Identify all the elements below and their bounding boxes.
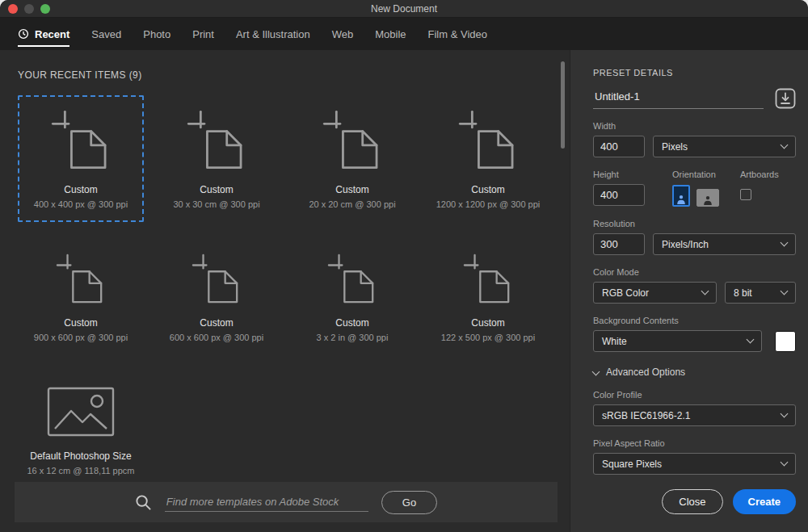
color-mode-label: Color Mode [593, 267, 796, 277]
orientation-portrait-button[interactable] [672, 185, 690, 207]
bit-depth-dropdown[interactable]: 8 bit [725, 282, 796, 304]
bit-depth-value: 8 bit [734, 287, 752, 299]
save-preset-button[interactable] [775, 88, 796, 109]
preset-card[interactable]: Custom 400 x 400 px @ 300 ppi [18, 95, 144, 222]
artboards-checkbox[interactable] [740, 189, 751, 200]
go-button[interactable]: Go [381, 491, 437, 514]
preset-name: Custom [155, 317, 278, 329]
tab-mobile[interactable]: Mobile [375, 18, 406, 50]
create-button[interactable]: Create [733, 489, 796, 514]
preset-spec: 3 x 2 in @ 300 ppi [291, 333, 414, 342]
tab-photo[interactable]: Photo [143, 18, 170, 50]
tab-recent[interactable]: Recent [18, 18, 69, 50]
preset-spec: 16 x 12 cm @ 118,11 ppcm [19, 466, 142, 475]
dialog-actions: Close Create [662, 489, 796, 514]
close-window-button[interactable] [8, 4, 18, 14]
resolution-unit-dropdown[interactable]: Pixels/Inch [653, 233, 796, 255]
document-icon [291, 249, 414, 308]
chevron-down-icon [781, 459, 789, 467]
height-input[interactable] [593, 184, 645, 206]
preset-details-heading: PRESET DETAILS [593, 68, 796, 77]
orientation-label: Orientation [672, 170, 719, 179]
search-icon [135, 494, 152, 511]
tab-web[interactable]: Web [332, 18, 354, 50]
preset-card[interactable]: Custom 900 x 600 px @ 300 ppi [18, 240, 144, 355]
color-profile-value: sRGB IEC61966-2.1 [602, 410, 690, 421]
document-name-row [593, 87, 796, 109]
preset-grid: Custom 400 x 400 px @ 300 ppi Custom 30 … [0, 81, 570, 488]
preset-spec: 20 x 20 cm @ 300 ppi [291, 199, 414, 209]
pixel-aspect-ratio-dropdown[interactable]: Square Pixels [593, 453, 796, 475]
background-color-swatch[interactable] [775, 331, 796, 352]
portrait-person-icon [676, 195, 686, 204]
document-name-input[interactable] [593, 87, 764, 109]
preset-name: Default Photoshop Size [19, 450, 142, 462]
color-mode-dropdown[interactable]: RGB Color [593, 282, 717, 304]
photo-icon [19, 383, 142, 441]
minimize-window-button[interactable] [24, 4, 34, 14]
width-input[interactable] [593, 136, 645, 157]
recent-items-panel: YOUR RECENT ITEMS (9) Custom 400 x 400 p… [0, 50, 570, 532]
preset-card[interactable]: Custom 3 x 2 in @ 300 ppi [289, 240, 415, 355]
preset-spec: 900 x 600 px @ 300 ppi [19, 333, 142, 342]
tab-label: Recent [35, 28, 69, 40]
pixel-aspect-ratio-value: Square Pixels [602, 459, 662, 470]
preset-card[interactable]: Default Photoshop Size 16 x 12 cm @ 118,… [18, 373, 144, 488]
chevron-down-icon [747, 336, 755, 344]
background-contents-label: Background Contents [593, 316, 796, 325]
artboards-label: Artboards [740, 170, 779, 179]
pixel-aspect-ratio-label: Pixel Aspect Ratio [593, 438, 796, 448]
preset-card[interactable]: Custom 122 x 500 px @ 300 ppi [425, 240, 551, 355]
resolution-label: Resolution [593, 219, 796, 228]
width-unit-value: Pixels [662, 141, 688, 153]
preset-name: Custom [291, 317, 414, 329]
background-contents-dropdown[interactable]: White [593, 330, 762, 352]
document-icon [427, 249, 549, 308]
document-icon [427, 105, 549, 174]
stock-search-bar: Go [15, 482, 558, 522]
orientation-landscape-button[interactable] [696, 189, 719, 207]
height-label: Height [593, 170, 645, 179]
window-controls [8, 0, 50, 18]
advanced-options-toggle[interactable]: Advanced Options [593, 367, 796, 378]
document-icon [155, 249, 278, 308]
preset-card[interactable]: Custom 20 x 20 cm @ 300 ppi [289, 95, 415, 222]
preset-spec: 122 x 500 px @ 300 ppi [427, 333, 549, 342]
clock-icon [18, 28, 29, 40]
tab-print[interactable]: Print [192, 18, 214, 50]
chevron-down-icon [781, 287, 789, 295]
preset-card[interactable]: Custom 600 x 600 px @ 300 ppi [154, 240, 280, 355]
width-label: Width [593, 121, 796, 131]
download-icon [775, 88, 796, 109]
document-icon [291, 105, 414, 174]
height-orientation-row: Height Orientation [593, 170, 796, 207]
recent-items-heading: YOUR RECENT ITEMS (9) [0, 50, 570, 81]
zoom-window-button[interactable] [40, 4, 50, 14]
tab-label: Photo [143, 28, 170, 40]
preset-name: Custom [19, 184, 142, 195]
scrollbar-thumb[interactable] [561, 61, 565, 149]
tab-label: Web [332, 28, 354, 40]
preset-card[interactable]: Custom 1200 x 1200 px @ 300 ppi [425, 95, 551, 222]
close-button[interactable]: Close [662, 489, 722, 514]
tab-saved[interactable]: Saved [91, 18, 121, 50]
chevron-down-icon [701, 287, 709, 295]
document-icon [19, 249, 142, 308]
tab-film-video[interactable]: Film & Video [428, 18, 487, 50]
tab-art-illustration[interactable]: Art & Illustration [236, 18, 310, 50]
color-profile-dropdown[interactable]: sRGB IEC61966-2.1 [593, 404, 796, 426]
tab-label: Print [192, 28, 214, 40]
stock-search-input[interactable] [165, 492, 368, 512]
preset-name: Custom [19, 317, 142, 329]
preset-spec: 1200 x 1200 px @ 300 ppi [427, 199, 549, 209]
document-icon [19, 105, 142, 174]
preset-spec: 30 x 30 cm @ 300 ppi [155, 199, 278, 209]
width-unit-dropdown[interactable]: Pixels [653, 136, 796, 157]
background-contents-value: White [602, 336, 627, 347]
tab-label: Saved [91, 28, 121, 40]
resolution-input[interactable] [593, 233, 645, 255]
preset-spec: 600 x 600 px @ 300 ppi [155, 333, 278, 342]
color-profile-label: Color Profile [593, 390, 796, 400]
document-icon [155, 105, 278, 174]
preset-card[interactable]: Custom 30 x 30 cm @ 300 ppi [154, 95, 280, 222]
